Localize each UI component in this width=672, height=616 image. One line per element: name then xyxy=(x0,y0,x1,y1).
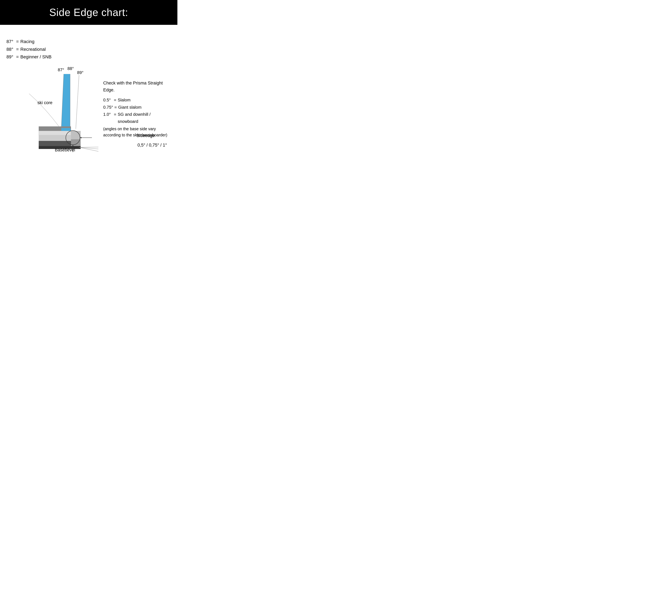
angle-label-slalom: Slalom xyxy=(118,96,130,103)
check-text: Check with the Prisma Straight Edge. xyxy=(103,80,172,94)
angle-entry-sg: 1.0° = SG and downhill / xyxy=(103,111,172,118)
angle-eq-slalom: = xyxy=(114,96,116,103)
bevel-line-2 xyxy=(79,147,98,149)
angle-eq-snowboard xyxy=(114,118,116,125)
edge-bottom xyxy=(71,139,81,146)
edge-block xyxy=(71,131,81,139)
angle-89-label: 89° xyxy=(77,70,83,75)
legend-eq-89: = xyxy=(16,53,19,61)
sideedge-label: Sideedge xyxy=(136,133,155,138)
angle-deg-sg: 1.0° xyxy=(103,111,113,118)
right-info: Check with the Prisma Straight Edge. 0.5… xyxy=(103,80,172,138)
legend-label-89: Beginner / SNB xyxy=(20,53,51,61)
angle-87-label: 87° xyxy=(58,67,64,72)
legend-eq-88: = xyxy=(16,45,19,53)
main-content: 87° = Racing 88° = Recreational 89° = Be… xyxy=(0,25,177,157)
angle-label-snowboard: snowboard xyxy=(118,118,138,125)
angle-label-gs: Giant slalom xyxy=(118,104,142,111)
angle-eq-sg: = xyxy=(114,111,116,118)
page-header: Side Edge chart: xyxy=(0,0,177,25)
angle-88-label: 88° xyxy=(67,66,74,71)
legend-item-87: 87° = Racing xyxy=(6,38,51,45)
basebevel-angles: 0,5° / 0,75° / 1° xyxy=(137,143,167,148)
legend-deg-87: 87° xyxy=(6,38,15,45)
legend-label-87: Racing xyxy=(20,38,34,45)
legend-item-88: 88° = Recreational xyxy=(6,45,51,53)
bevel-line-1 xyxy=(79,147,98,151)
angle-entry-snowboard: snowboard xyxy=(103,118,172,125)
angle-eq-gs: = xyxy=(114,104,117,111)
angle-entry-gs: 0.75° = Giant slalom xyxy=(103,104,172,111)
angle-label-sg: SG and downhill / xyxy=(118,111,151,118)
ski-layer-white xyxy=(39,131,71,135)
angle-entry-slalom: 0.5° = Slalom xyxy=(103,96,172,103)
line-89 xyxy=(76,75,79,129)
legend-deg-88: 88° xyxy=(6,45,15,53)
ski-core-label: ski core xyxy=(37,100,52,105)
legend-item-89: 89° = Beginner / SNB xyxy=(6,53,51,61)
ski-layer-bottom xyxy=(39,141,71,146)
angle-deg-gs: 0.75° xyxy=(103,104,113,111)
page-title: Side Edge chart: xyxy=(3,6,174,18)
legend-deg-89: 89° xyxy=(6,53,15,61)
angle-deg-snowboard xyxy=(103,118,113,125)
basebevel-label: Basebevel xyxy=(55,148,75,153)
legend-eq-87: = xyxy=(16,38,19,45)
angle-deg-slalom: 0.5° xyxy=(103,96,113,103)
bevel-line-3 xyxy=(79,147,98,147)
blue-bottom xyxy=(61,128,71,131)
legend-label-88: Recreational xyxy=(20,45,46,53)
legend: 87° = Racing 88° = Recreational 89° = Be… xyxy=(6,38,51,61)
